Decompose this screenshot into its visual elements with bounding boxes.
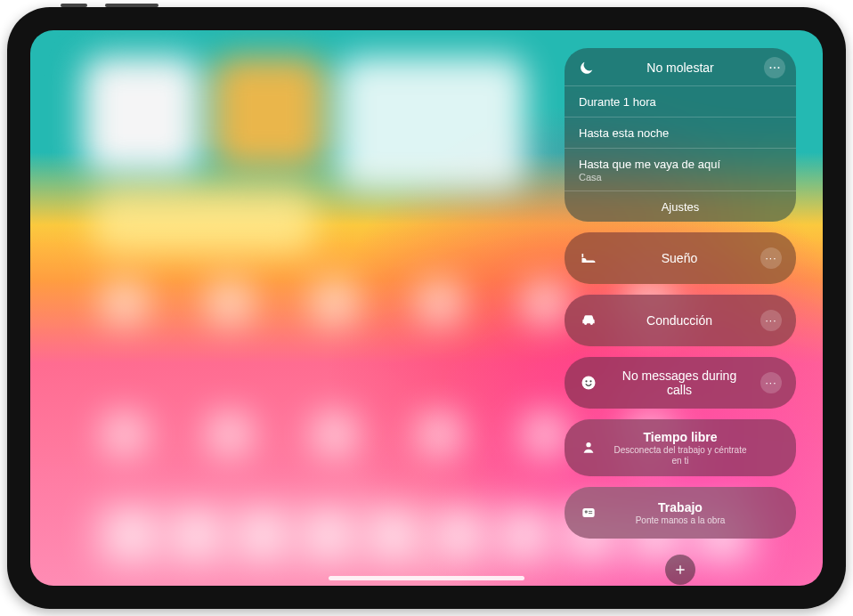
dnd-option-until-leave-sub: Casa: [579, 172, 782, 182]
svg-point-0: [582, 377, 596, 390]
focus-new-row: Nuevo modo de concentración: [565, 555, 796, 586]
focus-driving-label: Conducción: [609, 313, 750, 328]
focus-free-card[interactable]: Tiempo libre Desconecta del trabajo y cé…: [565, 419, 796, 476]
focus-free-label: Tiempo libre: [644, 430, 718, 444]
focus-do-not-disturb-card: No molestar Durante 1 hora Hasta esta no…: [565, 48, 796, 222]
focus-nomsg-card[interactable]: No messages during calls: [565, 357, 796, 409]
svg-rect-7: [589, 513, 592, 514]
ipad-device-frame: No molestar Durante 1 hora Hasta esta no…: [7, 7, 846, 609]
focus-do-not-disturb-header[interactable]: No molestar: [565, 48, 796, 85]
focus-work-label: Trabajo: [658, 500, 703, 515]
screen: No molestar Durante 1 hora Hasta esta no…: [30, 30, 823, 586]
dnd-option-settings[interactable]: Ajustes: [565, 190, 796, 222]
person-icon: [579, 438, 598, 458]
bed-icon: [579, 248, 598, 268]
plus-icon: [673, 563, 687, 577]
more-icon[interactable]: [764, 57, 785, 78]
moon-icon: [577, 58, 597, 77]
dnd-option-until-leave[interactable]: Hasta que me vaya de aquí Casa: [565, 148, 796, 190]
focus-sleep-card[interactable]: Sueño: [565, 232, 796, 284]
focus-work-sub: Ponte manos a la obra: [609, 515, 751, 526]
more-icon[interactable]: [760, 247, 782, 269]
focus-nomsg-label: No messages during calls: [609, 369, 750, 397]
hardware-buttons: [61, 4, 185, 9]
focus-work-card[interactable]: Trabajo Ponte manos a la obra: [565, 487, 796, 539]
more-icon[interactable]: [760, 372, 782, 393]
home-indicator[interactable]: [329, 576, 524, 580]
focus-driving-card[interactable]: Conducción: [565, 295, 796, 346]
svg-point-2: [589, 380, 591, 382]
widget-wide: [93, 190, 315, 253]
widget-list: [338, 57, 525, 190]
more-icon[interactable]: [760, 310, 782, 331]
svg-point-3: [586, 442, 590, 447]
focus-do-not-disturb-title: No molestar: [597, 61, 764, 75]
focus-panel: No molestar Durante 1 hora Hasta esta no…: [565, 48, 796, 586]
svg-rect-5: [585, 511, 588, 514]
badge-icon: [579, 503, 598, 523]
add-focus-button[interactable]: [665, 555, 695, 585]
dnd-option-1-hour[interactable]: Durante 1 hora: [565, 85, 796, 117]
dnd-option-until-leave-label: Hasta que me vaya de aquí: [579, 158, 720, 171]
car-icon: [579, 311, 598, 330]
svg-point-1: [585, 380, 587, 382]
dnd-option-until-tonight[interactable]: Hasta esta noche: [565, 117, 796, 148]
widget-notes: [213, 57, 325, 169]
svg-rect-6: [589, 511, 592, 512]
widget-clock: [84, 57, 199, 173]
smile-icon: [579, 373, 598, 393]
focus-free-sub: Desconecta del trabajo y céntrate en ti: [609, 445, 751, 466]
focus-work-text: Trabajo Ponte manos a la obra: [609, 500, 751, 526]
focus-sleep-label: Sueño: [609, 251, 750, 265]
focus-free-text: Tiempo libre Desconecta del trabajo y cé…: [609, 430, 751, 466]
